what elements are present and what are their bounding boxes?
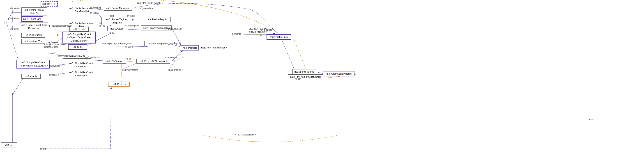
diagram-container: std::list< T > std::vector< structData *… [0, 0, 644, 158]
node-ns3-simplerefcount-t: ns3::SimpleRefCount< T, PARENT, DELETER … [16, 60, 50, 68]
svg-line-15 [281, 37, 296, 72]
svg-line-38 [110, 87, 111, 149]
node-ns3-bytetaglistdata: ns3::ByteTagListData [100, 41, 128, 46]
node-std-vector-t: std::vector< T > [22, 39, 45, 44]
label-m-burst: m_burst [312, 76, 320, 78]
svg-line-20 [172, 51, 183, 61]
node-ns3-sendparams: ns3::SendParams [292, 69, 316, 74]
label-m-nixvector-right: m_nixVector [165, 56, 178, 59]
label-m-packets: m_packets [261, 28, 272, 31]
label-ns3-packet-angle: < ns3::Packet > [167, 69, 183, 71]
node-ns3-nixvector: ns3::NixVector [102, 58, 126, 64]
label-m-packettaglist: m_packetTagList [165, 28, 182, 30]
node-packettaglist-tagdata: ns3::PacketTagList::TagData [102, 17, 132, 25]
node-simplerefcount-object: ns3::SimpleRefCount< Object, ObjectBase,… [62, 32, 96, 44]
label-m-nixvector-left: m_nixVector [87, 56, 100, 59]
node-ns3-ptr-packet: ns3::Ptr< ns3::Packet > [199, 45, 229, 50]
svg-line-34 [12, 77, 24, 95]
label-elements-right: elements [232, 33, 241, 35]
node-ns3-ptr-t: ns3::Ptr< T > [108, 82, 130, 86]
node-ns3-ptr-nixvector: ns3::Ptr< ns3::NixVector > [136, 58, 170, 64]
label-m-data-top: m_data [90, 12, 98, 14]
node-ns3-packetmetadata: ns3::PacketMetadata [104, 6, 132, 10]
label-object-objectbase: < Object, ObjectBase,ObjectDeleter > [44, 43, 66, 48]
label-m-tid: m_tid [100, 24, 105, 27]
label-m-data-byte: m_data [124, 42, 132, 45]
label-m-bytetaglist: m_byteTagList [166, 42, 181, 45]
label-burst: burst [588, 118, 594, 121]
label-std-vector-uint32: std::vector< uint32_t > [58, 55, 80, 57]
label-m-ptr-bottom: m_ptr [40, 148, 46, 150]
label-g-localstatic: g_localStaticDestructor [48, 24, 72, 27]
svg-line-25 [6, 20, 20, 64]
label-ns3-nixvector-angle: < ns3::NixVector > [120, 69, 139, 71]
label-m-freelist: m_freeList [90, 7, 101, 9]
node-ns3-buffer-localstatic: ns3::Buffer::LocalStaticDestructor [20, 22, 48, 31]
label-ns3-packetburst-bottom: < ns3::PacketBurst > [235, 134, 256, 136]
label-buffer: buffer [110, 32, 115, 34]
label-m-buffer: m_buffer [125, 46, 134, 48]
node-ns3-buffer: ns3::Buffer [68, 44, 87, 50]
node-ns3-object: ns3::Object [107, 26, 126, 31]
label-elements-left3: elements [10, 28, 19, 30]
label-elements-left: elements [10, 7, 19, 10]
node-ns3-ofdmsendparams: ns3::OfdmSendParams [323, 71, 354, 76]
label-ns3-ptr-packet-top: < ns3::Ptr< ns3::Packet > > [136, 2, 164, 4]
label-m-next: m_next [127, 15, 134, 17]
node-std-list-t: std::list< T > [40, 1, 58, 6]
label-nix-vector-inherit: < NixVector > [48, 65, 62, 67]
label-uint32-t: < uint32_t > [48, 52, 60, 55]
node-simplerefcount-packet: ns3::SimpleRefCount< Packet > [66, 70, 96, 78]
label-elements-left2: elements [10, 17, 19, 20]
label-m-data-left: m_data [35, 33, 42, 36]
label-m-ptr-packet: m_ptr [191, 47, 197, 49]
label-t-left: T [4, 22, 6, 24]
label-packet-inherit: < Packet > [48, 74, 59, 76]
node-ns3-bytetaglist: ns3::ByteTagList [144, 41, 169, 46]
label-m-ptr-nix: m_ptr [126, 58, 132, 60]
node-ns3-objectbase: ns3::ObjectBase [22, 16, 43, 22]
node-ns3-typeid: ns3::TypeId [70, 26, 88, 32]
label-m-ptr-sendparams: m_ptr [295, 78, 301, 80]
node-ns3-empty: ns3::empty [22, 74, 40, 79]
label-m-aggregates: m_aggregates [125, 24, 139, 27]
node-ns3-packetburst: ns3::PacketBurst [266, 34, 291, 40]
node-simplerefcount-nix: ns3::SimpleRefCount< NixVector > [66, 61, 96, 69]
node-ns3-packettaglist: ns3::PacketTagList [144, 17, 171, 22]
node-parent: PARENT [1, 142, 17, 148]
label-m-metadata: m_metadata [140, 7, 153, 10]
node-std-vector-struct: std::vector< structData * > [22, 8, 47, 16]
label-tid: tid [100, 22, 102, 24]
label-next: next [110, 15, 114, 17]
svg-line-44 [169, 50, 183, 70]
